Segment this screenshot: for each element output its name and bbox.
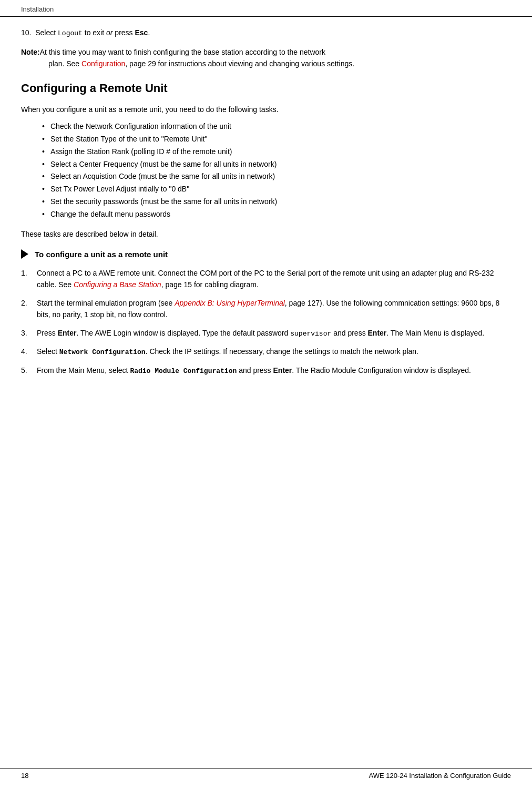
step-1-num: 1. (21, 267, 27, 279)
list-item: Select a Center Frequency (must be the s… (42, 158, 511, 171)
step-10-logout: Logout (58, 29, 83, 37)
page-content: 10. Select Logout to exit or press Esc. … (0, 17, 532, 415)
step-5-menu: Radio Module Configuration (130, 366, 237, 375)
note-label: Note: (21, 48, 40, 56)
note-text3: , page 29 for instructions about viewing… (125, 59, 354, 68)
step-10-text1: to exit or press Esc. (83, 28, 150, 37)
arrow-icon (21, 249, 28, 259)
numbered-steps: 1. Connect a PC to a AWE remote unit. Co… (21, 267, 511, 377)
note-block: Note:At this time you may want to finish… (21, 46, 511, 70)
intro-para: When you configure a unit as a remote un… (21, 104, 511, 115)
configuring-base-station-link[interactable]: Configuring a Base Station (74, 280, 161, 289)
step-4-num: 4. (21, 346, 27, 357)
note-text2: plan. See (48, 59, 81, 68)
configuration-link[interactable]: Configuration (81, 59, 125, 68)
appendix-b-link[interactable]: Appendix B: Using HyperTerminal (175, 299, 285, 307)
step-3: 3. Press Enter. The AWE Login window is … (21, 327, 511, 340)
list-item: Change the default menu passwords (42, 208, 511, 221)
step-4: 4. Select Network Configuration. Check t… (21, 346, 511, 358)
procedure-heading-block: To configure a unit as a remote unit (21, 249, 511, 259)
section-heading: Configuring a Remote Unit (21, 81, 511, 96)
step-4-menu: Network Configuration (59, 347, 146, 356)
step-3-enter2: Enter (368, 329, 387, 337)
list-item: Set the security passwords (must be the … (42, 196, 511, 208)
step-2: 2. Start the terminal emulation program … (21, 297, 511, 321)
step-3-password: supervisor (290, 330, 331, 338)
step-1: 1. Connect a PC to a AWE remote unit. Co… (21, 267, 511, 291)
list-item: Select an Acquistion Code (must be the s… (42, 170, 511, 183)
page-header: Installation (0, 0, 532, 17)
step-5-enter: Enter (273, 366, 292, 375)
list-item: Set the Station Type of the unit to "Rem… (42, 133, 511, 146)
procedure-heading-text: To configure a unit as a remote unit (35, 250, 168, 259)
footer-guide-title: AWE 120-24 Installation & Configuration … (369, 772, 511, 780)
bullet-list: Check the Network Configuration informat… (42, 120, 511, 220)
list-item: Check the Network Configuration informat… (42, 120, 511, 133)
step-3-num: 3. (21, 327, 27, 339)
list-item: Assign the Station Rank (polling ID # of… (42, 146, 511, 158)
note-text: At this time you may want to finish conf… (40, 48, 325, 56)
step-3-enter1: Enter (58, 329, 77, 337)
step-2-num: 2. (21, 297, 27, 309)
step-5-num: 5. (21, 365, 27, 376)
list-item: Set Tx Power Level Adjust intially to "0… (42, 183, 511, 196)
step-5: 5. From the Main Menu, select Radio Modu… (21, 365, 511, 377)
tasks-desc: These tasks are described below in detai… (21, 228, 511, 240)
step-10: 10. Select Logout to exit or press Esc. (21, 27, 511, 39)
section-label: Installation (21, 5, 54, 13)
step-10-number: 10. Select (21, 28, 58, 37)
footer-page-number: 18 (21, 772, 28, 780)
note-indent: plan. See Configuration, page 29 for ins… (21, 58, 511, 69)
page-footer: 18 AWE 120-24 Installation & Configurati… (0, 768, 532, 780)
